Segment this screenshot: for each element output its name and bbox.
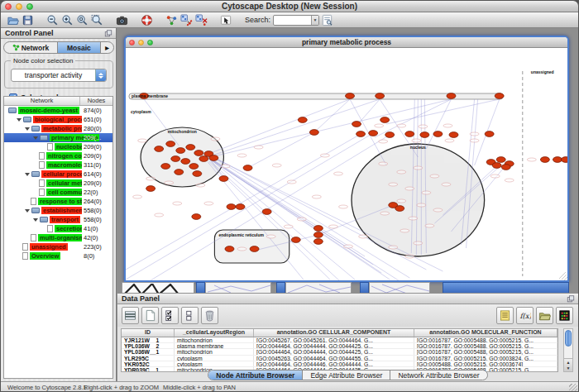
expand-arrow-icon[interactable] [17,118,22,122]
data-panel: Data Panel f(x) ID_cellularLayoutRegiona… [117,293,578,381]
search-input[interactable] [274,16,311,25]
select-attributes-button[interactable] [161,307,179,324]
network-file-icon [39,189,45,196]
tree-row[interactable]: biological_process651(0) [4,115,112,124]
tree-row[interactable]: macromolecule311(0) [4,160,112,170]
tree-row[interactable]: cell communicat22(0) [4,188,112,197]
window-resize-grip[interactable] [569,384,577,392]
import-attributes-button[interactable] [536,307,553,324]
gene-node [492,163,501,169]
table-column-header[interactable]: annotation.GO MOLECULAR_FUNCTION [414,329,557,337]
network-view-window: primary metabolic process plasma membran… [124,36,569,282]
tab-network-attribute-browser[interactable]: Network Attribute Browser [390,370,486,380]
gene-node [209,155,218,161]
tree-column-nodes[interactable]: Nodes [80,97,112,105]
tree-row[interactable]: transport558(0) [4,215,112,224]
gene-node [433,131,443,137]
expand-arrow-icon[interactable] [25,209,30,213]
folder-icon [8,108,17,113]
function-builder-button[interactable]: f(x) [516,307,534,324]
attribute-notes-button[interactable] [496,307,514,324]
expand-arrow-icon[interactable] [25,127,30,131]
tree-row[interactable]: unassigned223(0) [4,242,112,251]
background-window-fragment[interactable] [122,282,194,293]
app-titlebar: Cytoscape Desktop (New Session) [1,1,578,12]
tree-row[interactable]: cellular process614(0) [4,170,112,179]
tab-network[interactable]: Network [4,42,57,53]
zoom-out-button[interactable] [45,13,60,27]
table-row[interactable]: YJR121W__1mitochondrion[GO:0045267, GO:0… [122,337,557,343]
help-button[interactable] [139,13,154,27]
tab-mosaic[interactable]: Mosaic [57,42,101,53]
search-config-button[interactable] [319,13,334,27]
network-canvas[interactable]: plasma membranecytoplasmmitochondrionnuc… [126,48,567,280]
minimized-window-fragment[interactable] [285,282,352,293]
tree-column-network[interactable]: Network [4,97,80,105]
network-view-titlebar: primary metabolic process [126,37,567,48]
minimized-window-titlebar[interactable] [443,282,569,293]
table-row[interactable]: YLR295Ccytoplasm[GO:0045263, GO:0044464,… [122,356,557,361]
tab-node-attribute-browser[interactable]: Node Attribute Browser [208,370,303,380]
gene-node [194,151,203,156]
gene-node [243,165,252,171]
select-mode-button[interactable] [218,13,233,27]
expand-arrow-icon[interactable] [33,218,38,222]
zoom-selected-button[interactable] [89,13,104,27]
tab-edge-attribute-browser[interactable]: Edge Attribute Browser [303,370,390,380]
node-color-dropdown[interactable]: transporter activity [11,69,107,82]
destroy-view-button[interactable] [194,13,208,27]
network-overview-button[interactable] [164,13,179,27]
gene-node [313,226,323,232]
tree-row[interactable]: response to stimulu264(0) [4,197,112,206]
save-session-button[interactable] [20,13,35,27]
table-row[interactable]: YPL036W__1mitochondrion[GO:0044464, GO:0… [122,349,557,355]
search-dropdown-icon[interactable]: ▼ [311,16,318,25]
tree-row[interactable]: establishment of lo558(0) [4,206,112,215]
table-column-header[interactable]: annotation.GO CELLULAR_COMPONENT [254,329,414,337]
tree-row[interactable]: mosaic-demo-yeast874(0) [4,106,112,115]
minimized-window-titlebar[interactable] [196,282,205,293]
tree-row[interactable]: nitrogen compo209(0) [4,151,112,160]
expand-arrow-icon[interactable] [33,136,38,140]
tree-row[interactable]: cellular metabo209(0) [4,179,112,188]
table-row[interactable]: YPL036W__2plasma membrane[GO:0044464, GO… [122,343,557,349]
zoom-fit-button[interactable] [74,13,89,27]
gene-node [496,157,505,163]
unselect-attributes-button[interactable] [181,307,199,324]
table-row[interactable]: YKR052Ccytoplasm[GO:0044464, GO:0044446,… [122,361,557,367]
new-attribute-button[interactable] [141,307,159,324]
tree-row[interactable]: Overview8(0) [4,251,112,261]
scrollbar-thumb[interactable] [565,330,572,347]
snapshot-button[interactable] [114,13,129,27]
table-column-header[interactable]: ID [122,329,175,337]
tree-row[interactable]: secretion41(0) [4,224,112,233]
create-view-button[interactable] [179,13,194,27]
minimized-window-titlebar[interactable] [276,282,285,293]
tree-row[interactable]: multi-organism pro42(0) [4,233,112,242]
delete-attribute-button[interactable] [201,307,218,324]
control-panel-tabs: Network Mosaic ▶ [3,41,114,54]
gene-node [192,214,201,220]
gene-node [181,159,190,165]
float-panel-icon[interactable] [104,30,112,37]
expand-arrow-icon[interactable] [25,173,30,176]
minimized-window-fragment[interactable] [369,282,430,293]
minimized-window-fragment[interactable] [205,282,271,293]
open-file-button[interactable] [5,13,20,27]
heatmap-button[interactable] [556,307,573,324]
tab-overflow-button[interactable]: ▶ [101,42,113,53]
gene-node [395,206,404,212]
table-column-header[interactable]: _cellularLayoutRegion [175,329,254,337]
attribute-grid-button[interactable] [122,307,139,324]
folder-icon [23,117,31,122]
table-scrollbar[interactable]: ▲▼ [563,328,573,372]
gene-node [495,93,504,99]
zoom-in-button[interactable] [60,13,74,27]
status-bar: Welcome to Cytoscape 2.8.1 Right-click +… [1,381,578,391]
tree-row[interactable]: metabolic process280(0) [4,124,112,133]
tree-row[interactable]: nucleobase-209(0) [4,142,112,151]
float-panel-icon[interactable] [567,295,575,303]
minimized-window-titlebar[interactable] [360,282,369,293]
tree-row[interactable]: primary metabo209(... [4,133,112,142]
scroll-up-icon[interactable]: ▲ [567,360,571,365]
